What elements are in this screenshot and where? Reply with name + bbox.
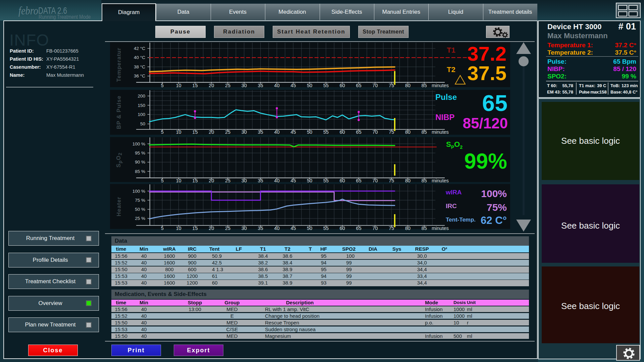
svg-text:75: 75 [389, 129, 394, 135]
svg-text:40 °C: 40 °C [134, 55, 145, 60]
svg-text:60: 60 [340, 226, 345, 231]
svg-text:50: 50 [307, 83, 312, 88]
svg-text:30: 30 [241, 178, 247, 183]
svg-text:20: 20 [209, 226, 214, 231]
svg-text:25: 25 [225, 226, 230, 231]
svg-text:25: 25 [225, 178, 230, 183]
svg-text:5: 5 [161, 83, 164, 88]
svg-text:36 °C: 36 °C [134, 73, 145, 78]
svg-text:85 %: 85 % [135, 169, 145, 174]
svg-text:25: 25 [225, 83, 230, 88]
svg-text:30: 30 [241, 129, 247, 135]
svg-text:70: 70 [372, 129, 378, 135]
svg-text:5: 5 [161, 129, 164, 135]
svg-text:20: 20 [209, 83, 214, 88]
svg-text:45: 45 [290, 226, 296, 231]
svg-text:50: 50 [307, 178, 312, 183]
svg-text:85: 85 [422, 83, 427, 88]
svg-text:40: 40 [274, 83, 279, 88]
svg-text:50: 50 [307, 226, 312, 231]
svg-text:15: 15 [192, 178, 198, 183]
svg-text:80: 80 [405, 178, 411, 183]
svg-text:60: 60 [340, 83, 345, 88]
svg-text:20: 20 [209, 129, 214, 135]
svg-text:75: 75 [389, 178, 394, 183]
svg-text:70: 70 [372, 226, 378, 231]
svg-text:80: 80 [405, 226, 411, 231]
svg-text:40: 40 [274, 129, 279, 135]
svg-text:minutes: minutes [432, 83, 449, 88]
svg-text:80: 80 [405, 83, 411, 88]
svg-text:150: 150 [138, 103, 145, 108]
svg-text:10: 10 [176, 83, 181, 88]
svg-text:45: 45 [290, 178, 296, 183]
svg-text:55: 55 [323, 178, 329, 183]
svg-text:minutes: minutes [432, 178, 449, 183]
svg-text:50: 50 [307, 129, 312, 135]
svg-text:35: 35 [258, 226, 263, 231]
svg-text:65: 65 [356, 83, 361, 88]
svg-text:60: 60 [340, 129, 345, 135]
svg-text:85: 85 [422, 178, 427, 183]
svg-text:30: 30 [241, 83, 247, 88]
svg-text:25 %: 25 % [135, 216, 145, 221]
svg-text:30: 30 [241, 226, 247, 231]
svg-text:80: 80 [405, 129, 411, 135]
svg-text:35: 35 [258, 129, 263, 135]
svg-text:40: 40 [274, 178, 279, 183]
svg-text:50 %: 50 % [135, 207, 145, 212]
svg-text:200: 200 [138, 94, 145, 99]
svg-text:75: 75 [389, 83, 394, 88]
svg-text:85: 85 [422, 226, 427, 231]
svg-text:15: 15 [192, 83, 198, 88]
svg-text:20: 20 [209, 178, 214, 183]
svg-text:minutes: minutes [432, 226, 449, 231]
svg-text:5: 5 [161, 226, 164, 231]
svg-text:38 °C: 38 °C [134, 64, 145, 69]
svg-text:100 %: 100 % [132, 189, 145, 194]
svg-text:35: 35 [258, 83, 263, 88]
svg-text:90 %: 90 % [135, 160, 145, 165]
svg-text:50: 50 [140, 121, 145, 126]
svg-text:95 %: 95 % [135, 150, 145, 156]
svg-text:15: 15 [192, 129, 198, 135]
svg-text:85: 85 [422, 129, 427, 135]
svg-text:45: 45 [290, 83, 296, 88]
svg-text:40: 40 [274, 226, 279, 231]
svg-text:10: 10 [176, 178, 181, 183]
svg-text:65: 65 [356, 178, 361, 183]
svg-text:75 %: 75 % [135, 198, 145, 203]
svg-text:45: 45 [290, 129, 296, 135]
svg-text:70: 70 [372, 83, 378, 88]
svg-text:55: 55 [323, 226, 329, 231]
svg-text:65: 65 [356, 226, 361, 231]
svg-text:10: 10 [176, 226, 181, 231]
svg-text:100 %: 100 % [132, 141, 145, 146]
svg-text:100: 100 [138, 112, 145, 117]
svg-text:75: 75 [389, 226, 394, 231]
svg-text:70: 70 [372, 178, 378, 183]
svg-text:15: 15 [192, 226, 198, 231]
svg-text:55: 55 [323, 83, 329, 88]
svg-text:5: 5 [161, 178, 164, 183]
svg-text:minutes: minutes [432, 129, 449, 135]
svg-text:55: 55 [323, 129, 329, 135]
svg-text:10: 10 [176, 129, 181, 135]
svg-text:35: 35 [258, 178, 263, 183]
svg-text:60: 60 [340, 178, 345, 183]
svg-text:65: 65 [356, 129, 361, 135]
svg-text:42 °C: 42 °C [134, 46, 145, 51]
svg-text:25: 25 [225, 129, 230, 135]
